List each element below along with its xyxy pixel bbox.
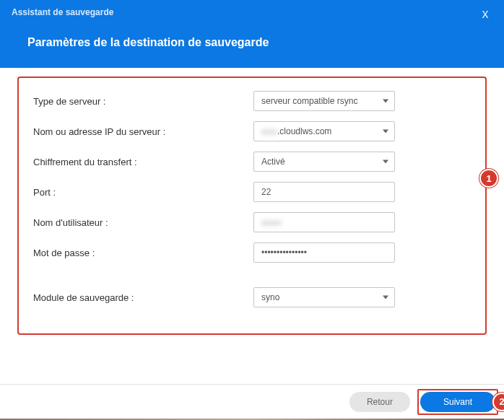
chevron-down-icon [383, 160, 388, 164]
next-button[interactable]: Suivant [420, 392, 495, 412]
label-encryption: Chiffrement du transfert : [33, 157, 253, 167]
row-encryption: Chiffrement du transfert : Activé [33, 152, 471, 172]
label-module: Module de sauvegarde : [33, 292, 253, 303]
modal-header: Assistant de sauvegarde Paramètres de la… [0, 0, 504, 68]
chevron-down-icon [383, 100, 388, 103]
row-server-host: Nom ou adresse IP du serveur : xxxx.clou… [33, 121, 471, 141]
wizard-title: Assistant de sauvegarde [12, 7, 492, 17]
select-encryption[interactable]: Activé [253, 152, 395, 172]
label-port: Port : [33, 187, 253, 198]
select-module[interactable]: syno [253, 287, 395, 307]
back-button-label: Retour [367, 397, 393, 407]
row-module: Module de sauvegarde : syno [33, 287, 471, 307]
annotation-badge-1: 1 [479, 169, 498, 188]
label-username: Nom d'utilisateur : [33, 217, 253, 228]
input-port-value: 22 [261, 187, 271, 197]
chevron-down-icon [383, 130, 388, 134]
select-module-value: syno [261, 292, 279, 302]
row-password: Mot de passe : ••••••••••••••• [33, 242, 471, 263]
row-username: Nom d'utilisateur : xxxxx [33, 212, 471, 232]
content-area: Type de serveur : serveur compatible rsy… [0, 68, 504, 344]
next-button-highlight: Suivant 2 [417, 389, 498, 415]
row-server-type: Type de serveur : serveur compatible rsy… [33, 91, 471, 111]
row-port: Port : 22 [33, 182, 471, 202]
annotation-badge-2: 2 [492, 393, 504, 411]
label-password: Mot de passe : [33, 248, 253, 258]
settings-panel: Type de serveur : serveur compatible rsy… [17, 76, 487, 335]
back-button[interactable]: Retour [349, 392, 410, 412]
page-title: Paramètres de la destination de sauvegar… [27, 36, 492, 49]
select-server-type[interactable]: serveur compatible rsync [253, 91, 395, 111]
label-server-type: Type de serveur : [33, 96, 253, 107]
select-encryption-value: Activé [261, 157, 285, 167]
next-button-label: Suivant [443, 397, 472, 407]
close-button[interactable]: x [478, 6, 492, 21]
input-server-host[interactable]: xxxx.cloudlws.com [253, 121, 395, 141]
footer-bar: Retour Suivant 2 [0, 384, 504, 419]
input-username[interactable]: xxxxx [253, 212, 395, 232]
close-icon: x [482, 6, 489, 22]
chevron-down-icon [383, 296, 388, 299]
input-password-value: ••••••••••••••• [261, 248, 307, 258]
input-server-host-value: xxxx.cloudlws.com [261, 126, 331, 136]
input-port[interactable]: 22 [253, 182, 395, 202]
label-server-host: Nom ou adresse IP du serveur : [33, 126, 253, 137]
input-username-value: xxxxx [261, 218, 282, 227]
input-password[interactable]: ••••••••••••••• [253, 242, 395, 263]
select-server-type-value: serveur compatible rsync [261, 96, 357, 106]
spacer [33, 273, 471, 287]
